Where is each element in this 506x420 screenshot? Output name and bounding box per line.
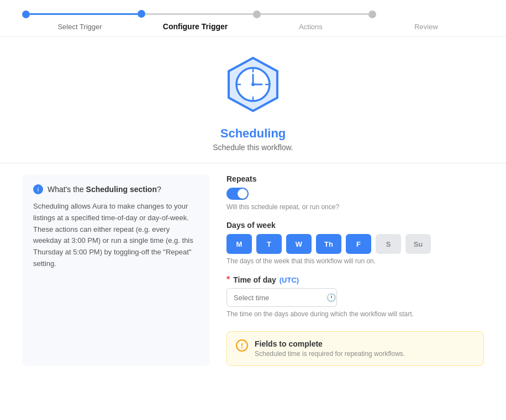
info-box-body: Scheduling allows Aura to make changes t… bbox=[33, 201, 199, 270]
warning-icon: ! bbox=[236, 339, 248, 352]
scheduling-subtitle: Schedule this workflow. bbox=[213, 143, 293, 152]
info-icon: i bbox=[33, 184, 43, 194]
config-section: Repeats Will this schedule repeat, or ru… bbox=[226, 174, 484, 366]
time-input[interactable] bbox=[234, 294, 326, 302]
fields-complete-box: ! Fields to complete Scheduled time is r… bbox=[226, 331, 484, 366]
days-hint: The days of the week that this workflow … bbox=[226, 257, 484, 265]
step-dot-4 bbox=[368, 10, 376, 18]
toggle-knob bbox=[238, 189, 247, 199]
time-section: * Time of day (UTC) 🕐 The time on the da… bbox=[226, 275, 484, 318]
step-line-1 bbox=[30, 13, 138, 15]
day-btn-Th[interactable]: Th bbox=[316, 234, 341, 254]
step-select-trigger[interactable]: Select Trigger bbox=[22, 10, 138, 31]
days-section: Days of week M T W Th F S Su The days of… bbox=[226, 221, 484, 265]
step-label-2: Configure Trigger bbox=[163, 22, 228, 31]
step-configure-trigger[interactable]: Configure Trigger bbox=[138, 10, 253, 31]
scheduling-title: Scheduling bbox=[220, 126, 286, 141]
days-label: Days of week bbox=[226, 221, 484, 230]
step-dot-3 bbox=[253, 10, 261, 18]
info-title-text: What's the Scheduling section? bbox=[48, 185, 161, 194]
scheduling-icon bbox=[220, 54, 286, 120]
day-btn-W[interactable]: W bbox=[286, 234, 312, 254]
info-body-text: Scheduling allows Aura to make changes t… bbox=[33, 202, 193, 268]
day-btn-F[interactable]: F bbox=[346, 234, 371, 254]
day-btn-S[interactable]: S bbox=[376, 234, 401, 254]
days-row: M T W Th F S Su bbox=[226, 234, 484, 254]
repeats-label: Repeats bbox=[226, 174, 484, 183]
fields-complete-title: Fields to complete bbox=[255, 339, 405, 348]
fields-complete-content: Fields to complete Scheduled time is req… bbox=[255, 339, 405, 358]
repeats-hint: Will this schedule repeat, or run once? bbox=[226, 203, 484, 211]
progress-bar-section: Select Trigger Configure Trigger Actions… bbox=[0, 0, 506, 37]
toggle-row bbox=[226, 188, 484, 200]
day-btn-T[interactable]: T bbox=[256, 234, 282, 254]
step-actions[interactable]: Actions bbox=[253, 10, 368, 31]
svg-point-4 bbox=[251, 83, 255, 86]
step-label-3: Actions bbox=[299, 23, 323, 31]
step-line-3 bbox=[261, 13, 368, 15]
step-line-2 bbox=[145, 13, 253, 15]
progress-steps: Select Trigger Configure Trigger Actions… bbox=[22, 10, 484, 31]
main-content: i What's the Scheduling section? Schedul… bbox=[0, 163, 506, 377]
time-hint: The time on the days above during which … bbox=[226, 310, 484, 318]
fields-complete-sub: Scheduled time is required for repeating… bbox=[255, 350, 405, 358]
day-btn-Su[interactable]: Su bbox=[405, 234, 431, 254]
required-star: * bbox=[226, 275, 230, 285]
clock-small-icon: 🕐 bbox=[326, 293, 336, 302]
repeats-toggle[interactable] bbox=[226, 188, 249, 200]
step-review[interactable]: Review bbox=[368, 10, 484, 31]
step-dot-2 bbox=[138, 10, 145, 18]
step-label-1: Select Trigger bbox=[57, 23, 102, 31]
info-box: i What's the Scheduling section? Schedul… bbox=[22, 174, 210, 366]
time-label-row: * Time of day (UTC) bbox=[226, 275, 484, 285]
step-label-4: Review bbox=[414, 23, 438, 31]
day-btn-M[interactable]: M bbox=[226, 234, 252, 254]
info-title-bold: Scheduling section bbox=[86, 185, 157, 194]
header-section: Scheduling Schedule this workflow. bbox=[0, 37, 506, 163]
step-dot-1 bbox=[22, 10, 30, 18]
time-label: Time of day bbox=[233, 275, 276, 284]
utc-badge: (UTC) bbox=[280, 276, 299, 284]
info-box-title: i What's the Scheduling section? bbox=[33, 184, 199, 194]
time-input-wrap[interactable]: 🕐 bbox=[226, 288, 337, 307]
